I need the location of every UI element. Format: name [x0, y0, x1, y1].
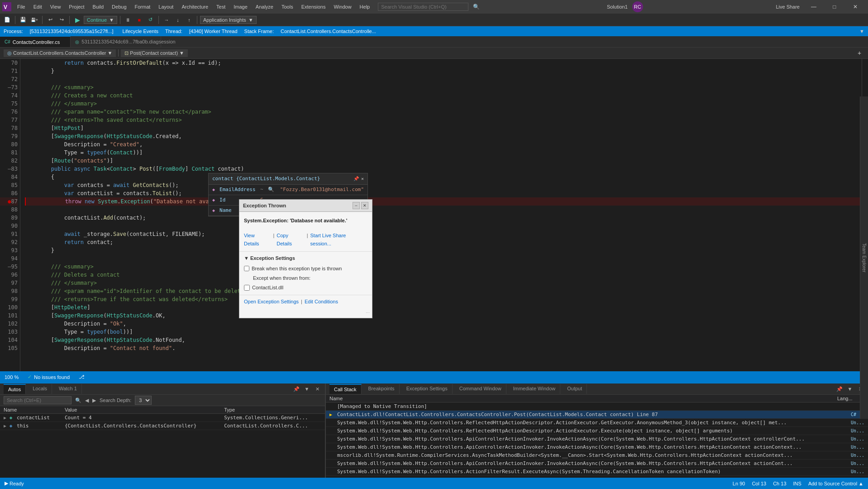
break-when-thrown-checkbox[interactable] [244, 266, 249, 271]
autos-dropdown-btn[interactable]: ▼ [303, 385, 311, 393]
undo-btn[interactable]: ↩ [45, 15, 55, 25]
copy-details-link[interactable]: Copy Details [277, 231, 304, 248]
tab-contactscontroller[interactable]: C# ContactsController.cs ✕ [0, 36, 71, 47]
cs-row-managed-native[interactable]: [Managed to Native Transition] [326, 403, 868, 411]
save-all-btn[interactable]: 💾+ [29, 15, 39, 25]
new-project-btn[interactable]: 📄 [2, 15, 12, 25]
fold-83[interactable]: – [8, 165, 11, 173]
menu-window[interactable]: Window [330, 2, 355, 11]
cs-row-5[interactable]: System.Web.dll!System.Web.Http.Controlle… [326, 443, 868, 451]
ln-76: 76 [0, 108, 18, 116]
start-debugging-btn[interactable]: ▶ [72, 15, 82, 25]
namespace-dropdown[interactable]: ◎ ContactList.Controllers.ContactsContro… [4, 49, 116, 57]
autos-row-contactlist[interactable]: ▶ ◈ contactList Count = 4 System.Collect… [0, 414, 325, 422]
vs-search-input[interactable] [378, 3, 468, 11]
cs-row-8[interactable]: System.Web.dll!System.Web.Http.Controlle… [326, 468, 868, 476]
fold-73[interactable]: – [8, 83, 11, 91]
menu-file[interactable]: File [14, 2, 29, 11]
edit-conditions-link[interactable]: Edit Conditions [305, 297, 338, 306]
output-tab[interactable]: Output [563, 384, 587, 394]
var-email-expand-icon[interactable]: 🔍 [268, 186, 274, 194]
var-pin-icon[interactable]: 📌 [353, 175, 359, 183]
menu-tools[interactable]: Tools [278, 2, 297, 11]
stack-frame-value[interactable]: ContactList.Controllers.ContactsControll… [281, 29, 376, 34]
code-editor[interactable]: return contacts.FirstOrDefault(x => x.Id… [20, 59, 862, 371]
call-stack-pin-btn[interactable]: 📌 [835, 385, 844, 393]
zoom-level[interactable]: 100 % [5, 374, 19, 380]
locals-tab[interactable]: Locals [28, 384, 52, 394]
exception-resize-handle[interactable]: ⋯ [239, 308, 372, 318]
exception-settings-title[interactable]: ▼ Exception Settings [244, 254, 367, 262]
process-id[interactable]: [5311321335424dc695535a15c27fl...] [30, 29, 114, 34]
stop-btn[interactable]: ■ [134, 15, 144, 25]
menu-project[interactable]: Project [65, 2, 88, 11]
expand-this-arrow[interactable]: ▶ [4, 423, 6, 428]
redo-btn[interactable]: ↪ [57, 15, 67, 25]
method-dropdown[interactable]: ⊡ Post(Contact contact) ▼ [121, 49, 188, 57]
step-out-btn[interactable]: ↑ [184, 15, 194, 25]
cs-row-contactscontroller[interactable]: ▶ ContactList.dll!ContactList.Controller… [326, 411, 868, 419]
menu-view[interactable]: View [47, 2, 65, 11]
menu-analyze[interactable]: Analyze [252, 2, 277, 11]
expand-contactlist-arrow[interactable]: ▶ [4, 415, 6, 420]
add-code-btn[interactable]: + [854, 48, 864, 58]
breakpoints-tab[interactable]: Breakpoints [364, 384, 400, 394]
menu-format[interactable]: Format [131, 2, 154, 11]
cs-row-3[interactable]: System.Web.dll!System.Web.Http.Controlle… [326, 427, 868, 435]
cs-row-6[interactable]: mscorlib.dll!System.Runtime.CompilerServ… [326, 451, 868, 460]
cs-row-7[interactable]: System.Web.dll!System.Web.Http.Controlle… [326, 460, 868, 468]
call-stack-dropdown-btn[interactable]: ▼ [846, 385, 854, 393]
menu-edit[interactable]: Edit [30, 2, 46, 11]
autos-close-btn[interactable]: ✕ [313, 385, 321, 393]
close-btn[interactable]: ✕ [845, 0, 866, 14]
autos-search-input[interactable] [4, 396, 72, 404]
autos-tab[interactable]: Autos [4, 384, 26, 394]
autos-pin-btn[interactable]: 📌 [292, 385, 300, 393]
add-source-control[interactable]: Add to Source Control ▲ [808, 481, 863, 486]
menu-extensions[interactable]: Extensions [298, 2, 329, 11]
save-btn[interactable]: 💾 [18, 15, 28, 25]
cs-row-4[interactable]: System.Web.dll!System.Web.Http.Controlle… [326, 435, 868, 443]
git-branch[interactable]: ⎇ [79, 374, 85, 380]
menu-test[interactable]: Test [213, 2, 229, 11]
step-over-btn[interactable]: → [162, 15, 172, 25]
filter-icon[interactable]: ▼ [859, 29, 864, 34]
watch1-tab[interactable]: Watch 1 [54, 384, 82, 394]
open-exception-settings-link[interactable]: Open Exception Settings [244, 297, 299, 306]
search-depth-select[interactable]: 3 1 2 4 5 [135, 396, 152, 405]
var-close-btn[interactable]: ✕ [361, 175, 364, 183]
contactlist-dll-checkbox[interactable] [244, 285, 250, 291]
live-share-btn[interactable]: Live Share [772, 0, 803, 14]
continue-dropdown[interactable]: Continue ▼ [84, 16, 117, 24]
menu-layout[interactable]: Layout [155, 2, 177, 11]
menu-debug[interactable]: Debug [108, 2, 130, 11]
next-result-btn[interactable]: ▶ [92, 398, 96, 403]
minimize-btn[interactable]: — [803, 0, 824, 14]
cs-name-5: System.Web.dll!System.Web.Http.Controlle… [337, 444, 849, 450]
maximize-btn[interactable]: □ [824, 0, 845, 14]
exception-minimize-btn[interactable]: – [353, 202, 360, 209]
restart-btn[interactable]: ↺ [146, 15, 156, 25]
menu-build[interactable]: Build [89, 2, 107, 11]
command-window-tab[interactable]: Command Window [455, 384, 506, 394]
view-details-link[interactable]: View Details [244, 231, 271, 248]
pause-btn[interactable]: ⏸ [123, 15, 133, 25]
fold-95[interactable]: – [8, 263, 11, 271]
tab-diagsession[interactable]: ◎ 5311321335424dc69...7fba0b.diagsession… [71, 36, 161, 47]
thread-id[interactable]: [4340] Worker Thread [189, 29, 238, 34]
call-stack-tab[interactable]: Call Stack [329, 384, 362, 394]
step-into-btn[interactable]: ↓ [173, 15, 183, 25]
exception-settings-tab[interactable]: Exception Settings [402, 384, 453, 394]
menu-help[interactable]: Help [356, 2, 374, 11]
application-insights-dropdown[interactable]: Application Insights ▼ [200, 16, 257, 24]
cs-row-2[interactable]: System.Web.dll!System.Web.Http.Controlle… [326, 419, 868, 427]
exception-close-btn[interactable]: ✕ [361, 202, 368, 209]
user-avatar[interactable]: RC [632, 1, 643, 12]
menu-image[interactable]: Image [230, 2, 251, 11]
autos-row-this[interactable]: ▶ ◈ this {ContactList.Controllers.Contac… [0, 422, 325, 430]
live-share-session-link[interactable]: Start Live Share session... [310, 231, 367, 248]
immediate-window-tab[interactable]: Immediate Window [509, 384, 561, 394]
team-explorer-panel[interactable]: Team Explorer [860, 96, 868, 419]
prev-result-btn[interactable]: ◀ [85, 398, 89, 403]
menu-architecture[interactable]: Architecture [178, 2, 212, 11]
